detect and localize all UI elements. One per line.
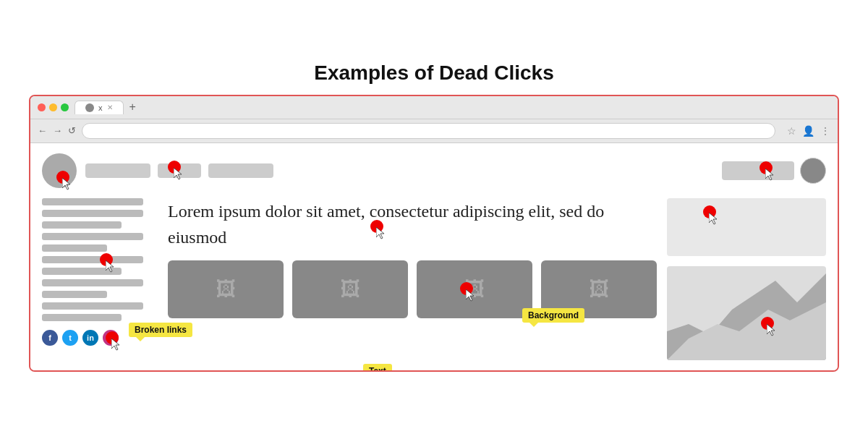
svg-marker-5	[376, 227, 384, 239]
bookmark-icon[interactable]: ☆	[787, 125, 796, 137]
sidebar-line	[42, 221, 122, 229]
dot-maximize[interactable]	[61, 103, 69, 111]
image-placeholder-1: 🖼	[168, 260, 284, 318]
sidebar-line	[42, 279, 143, 286]
menu-icon[interactable]: ⋮	[820, 125, 830, 137]
image-placeholder-2: 🖼	[292, 260, 408, 318]
nav-links	[85, 163, 395, 178]
profile-icon[interactable]: 👤	[802, 125, 814, 137]
svg-marker-1	[174, 168, 182, 179]
graph-area	[667, 266, 826, 360]
svg-marker-4	[111, 339, 119, 350]
svg-marker-10	[767, 324, 775, 336]
browser-addressbar: ← → ↺ ☆ 👤 ⋮	[30, 119, 838, 143]
site-navbar	[42, 153, 826, 188]
tab-close-button[interactable]: ✕	[107, 103, 113, 111]
image-icon-2: 🖼	[340, 277, 360, 301]
nav-back-button[interactable]: ←	[38, 125, 47, 136]
site-right	[667, 198, 826, 360]
image-icon-1: 🖼	[216, 277, 236, 301]
address-bar[interactable]	[82, 123, 775, 139]
nav-cta-button	[722, 161, 794, 180]
site-content: Lorem ipsum dolor sit amet, consectetur …	[168, 198, 657, 360]
sidebar-line	[42, 244, 107, 252]
sidebar-line	[42, 256, 143, 263]
browser-tab[interactable]: x ✕	[75, 101, 124, 114]
background-area	[667, 198, 826, 256]
tab-title: x	[98, 103, 103, 112]
new-tab-button[interactable]: +	[127, 101, 139, 114]
nav-logo	[42, 153, 77, 188]
sidebar-line	[42, 314, 122, 321]
address-icons: ☆ 👤 ⋮	[787, 125, 830, 137]
browser-dots	[38, 103, 69, 111]
svg-marker-2	[765, 169, 773, 180]
page-title: Examples of Dead Clicks	[29, 61, 839, 85]
nav-right	[722, 158, 826, 184]
sidebar-lines	[42, 198, 158, 321]
dot-close[interactable]	[38, 103, 46, 111]
sidebar-line	[42, 198, 143, 205]
nav-forward-button[interactable]: →	[53, 125, 62, 136]
facebook-icon: f	[42, 330, 58, 346]
svg-marker-6	[466, 289, 474, 301]
svg-marker-7	[709, 213, 717, 224]
image-icon-4: 🖼	[589, 277, 609, 301]
sidebar-line	[42, 233, 143, 240]
user-avatar	[800, 158, 826, 184]
twitter-icon: t	[62, 330, 78, 346]
browser-content: Logo Error links Broken Buttons	[30, 143, 838, 370]
nav-link-2	[158, 163, 201, 178]
sidebar-line	[42, 302, 143, 310]
sidebar-line	[42, 210, 143, 217]
nav-link-3	[208, 163, 273, 178]
svg-marker-0	[62, 178, 70, 190]
dot-minimize[interactable]	[49, 103, 57, 111]
tooltip-text: Text	[363, 364, 392, 372]
browser-frame: x ✕ + ← → ↺ ☆ 👤 ⋮	[29, 95, 839, 372]
svg-marker-3	[106, 260, 114, 272]
tooltip-background: Background	[522, 308, 584, 323]
nav-link-1	[85, 163, 150, 178]
lorem-text: Lorem ipsum dolor sit amet, consectetur …	[168, 198, 657, 250]
sidebar-line	[42, 291, 107, 298]
linkedin-icon: in	[82, 330, 98, 346]
browser-tab-area: x ✕ +	[75, 101, 830, 114]
tooltip-broken-links: Broken links	[129, 323, 192, 337]
tab-favicon	[85, 103, 94, 112]
browser-titlebar: x ✕ +	[30, 96, 838, 119]
nav-refresh-button[interactable]: ↺	[68, 125, 76, 136]
image-placeholder-3: 🖼	[417, 260, 532, 318]
